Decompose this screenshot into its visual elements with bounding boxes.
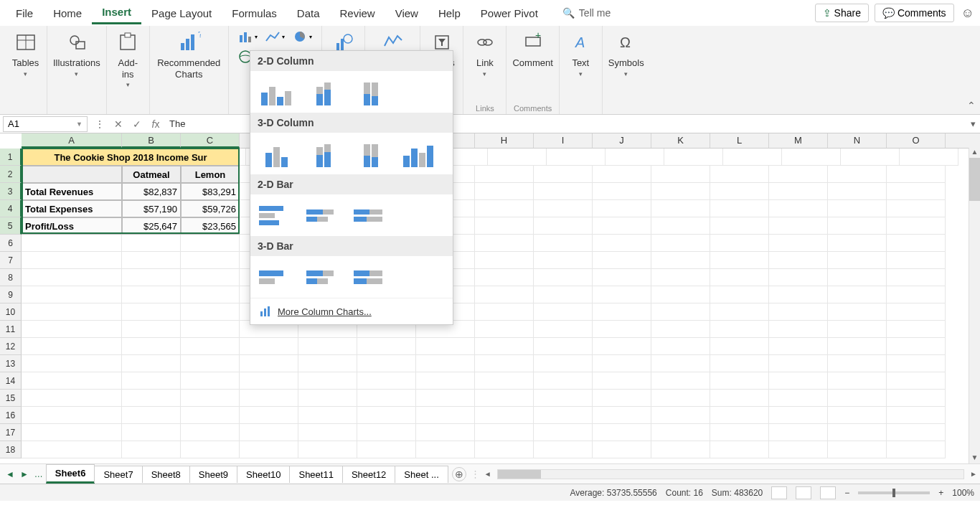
tab-view[interactable]: View [385, 3, 428, 24]
row-5[interactable]: 5 [0, 217, 22, 235]
sheet-tab-sheet9[interactable]: Sheet9 [189, 466, 237, 483]
tab-data[interactable]: Data [287, 3, 330, 24]
tab-insert[interactable]: Insert [92, 1, 141, 24]
ribbon-recommended-charts[interactable]: ? Recommended Charts [150, 26, 229, 114]
cell-A5[interactable]: Profit/Loss [22, 217, 122, 235]
cell-C5[interactable]: $23,565 [181, 217, 240, 235]
col-B[interactable]: B [122, 133, 181, 148]
sheet-nav-next[interactable]: ► [17, 469, 32, 479]
view-page-break[interactable] [820, 486, 836, 499]
col-H[interactable]: H [475, 133, 534, 148]
feedback-icon[interactable]: ☺ [961, 6, 974, 21]
insert-column-chart[interactable]: ▾ [235, 27, 260, 46]
cell-B2[interactable]: Oatmeal [122, 166, 181, 183]
clustered-column-icon[interactable] [259, 78, 293, 105]
zoom-out[interactable]: − [844, 488, 849, 498]
row-1[interactable]: 1 [0, 149, 22, 166]
cell-A1[interactable]: The Cookie Shop 2018 Income Sur [22, 149, 240, 166]
row-14[interactable]: 14 [0, 372, 22, 390]
tab-formulas[interactable]: Formulas [222, 3, 287, 24]
ribbon-symbols[interactable]: Ω Symbols ▾ [603, 26, 650, 114]
tell-me-search[interactable]: 🔍 Tell me [562, 7, 611, 19]
cell-A3[interactable]: Total Revenues [22, 183, 122, 200]
cell-B4[interactable]: $57,190 [122, 200, 181, 217]
ribbon-tables[interactable]: Tables ▾ [4, 26, 47, 114]
row-6[interactable]: 6 [0, 235, 22, 252]
horizontal-scrollbar[interactable] [497, 469, 964, 479]
sheet-nav-prev[interactable]: ◄ [3, 469, 17, 479]
cell-C4[interactable]: $59,726 [181, 200, 240, 217]
sheet-tab-more[interactable]: Sheet ... [395, 466, 448, 483]
spreadsheet-grid[interactable]: A B C D E F G H I J K L M N O 1 The Cook… [0, 133, 980, 463]
zoom-slider[interactable] [858, 491, 930, 494]
cancel-icon[interactable]: ✕ [109, 118, 128, 130]
col-M[interactable]: M [769, 133, 828, 148]
sheet-tab-sheet7[interactable]: Sheet7 [94, 466, 142, 483]
ribbon-text[interactable]: A Text ▾ [560, 26, 603, 114]
collapse-ribbon-icon[interactable]: ⌃ [967, 100, 976, 111]
row-15[interactable]: 15 [0, 390, 22, 407]
cell-C2[interactable]: Lemon [181, 166, 240, 183]
row-4[interactable]: 4 [0, 200, 22, 217]
row-13[interactable]: 13 [0, 355, 22, 372]
cell-A4[interactable]: Total Expenses [22, 200, 122, 217]
insert-line-chart[interactable]: ▾ [262, 27, 288, 46]
zoom-in[interactable]: + [938, 488, 943, 498]
row-7[interactable]: 7 [0, 252, 22, 269]
view-normal[interactable] [771, 486, 787, 499]
insert-pie-chart[interactable]: ▾ [289, 27, 315, 46]
row-9[interactable]: 9 [0, 286, 22, 303]
enter-icon[interactable]: ✓ [128, 118, 146, 130]
3d-column-icon[interactable] [401, 140, 435, 167]
cell-B3[interactable]: $82,837 [122, 183, 181, 200]
3d-stacked-column-icon[interactable] [306, 140, 341, 167]
add-sheet-button[interactable]: ⊕ [452, 467, 466, 481]
expand-formula-icon[interactable]: ▾ [966, 118, 980, 129]
row-10[interactable]: 10 [0, 303, 22, 321]
stacked-100-bar-icon[interactable] [354, 202, 388, 229]
cell-B5[interactable]: $25,647 [122, 217, 181, 235]
col-A[interactable]: A [22, 133, 122, 148]
view-page-layout[interactable] [796, 486, 811, 499]
col-N[interactable]: N [828, 133, 887, 148]
tab-review[interactable]: Review [330, 3, 385, 24]
stacked-column-icon[interactable] [306, 78, 341, 105]
stacked-bar-icon[interactable] [306, 202, 341, 229]
tab-home[interactable]: Home [43, 3, 92, 24]
row-3[interactable]: 3 [0, 183, 22, 200]
tab-page-layout[interactable]: Page Layout [141, 3, 222, 24]
cell-C3[interactable]: $83,291 [181, 183, 240, 200]
sheet-tab-sheet8[interactable]: Sheet8 [142, 466, 190, 483]
row-11[interactable]: 11 [0, 321, 22, 338]
row-17[interactable]: 17 [0, 424, 22, 441]
ribbon-comment[interactable]: + Comment Comments [507, 26, 559, 114]
col-J[interactable]: J [593, 133, 651, 148]
tab-power-pivot[interactable]: Power Pivot [471, 3, 548, 24]
vertical-scrollbar[interactable]: ▲ ▼ [969, 148, 980, 463]
3d-stacked-bar-icon[interactable] [306, 263, 341, 291]
col-L[interactable]: L [710, 133, 769, 148]
clustered-bar-icon[interactable] [259, 202, 293, 229]
sheet-tab-sheet6[interactable]: Sheet6 [46, 464, 95, 484]
name-box[interactable]: A1 ▼ [3, 116, 88, 132]
ribbon-illustrations[interactable]: Illustrations ▾ [47, 26, 107, 114]
col-C[interactable]: C [181, 133, 240, 148]
more-column-charts[interactable]: More Column Charts... [250, 298, 453, 324]
share-button[interactable]: ⇪ Share [815, 4, 869, 22]
hscroll-right[interactable]: ► [970, 470, 977, 478]
col-K[interactable]: K [651, 133, 710, 148]
3d-clustered-bar-icon[interactable] [259, 263, 293, 291]
stacked-100-column-icon[interactable] [354, 78, 388, 105]
col-I[interactable]: I [534, 133, 593, 148]
cell-A2[interactable] [22, 166, 122, 183]
comments-button[interactable]: 💬 Comments [875, 4, 954, 22]
3d-stacked-100-bar-icon[interactable] [354, 263, 388, 291]
ribbon-addins[interactable]: Add- ins ▾ [107, 26, 150, 114]
row-12[interactable]: 12 [0, 338, 22, 355]
col-O[interactable]: O [887, 133, 946, 148]
zoom-level[interactable]: 100% [952, 488, 974, 498]
row-8[interactable]: 8 [0, 269, 22, 286]
3d-stacked-100-column-icon[interactable] [354, 140, 388, 167]
row-16[interactable]: 16 [0, 407, 22, 424]
sheet-tab-sheet12[interactable]: Sheet12 [342, 466, 395, 483]
